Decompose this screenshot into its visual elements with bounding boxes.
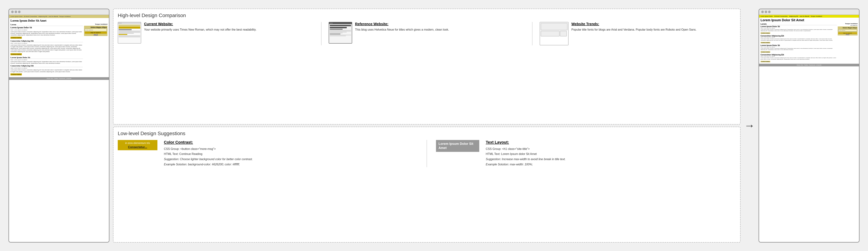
left-sidebar-signin-btn[interactable]: keep me signed in <box>85 32 107 34</box>
right-post-1-date: Date: Lorem ipsum sic ablend <box>761 28 837 29</box>
left-post-2-date: Date: Lorem ipsum sic ablend <box>10 43 83 44</box>
left-post-section-title: Lorem <box>10 24 83 26</box>
left-post-1-text: Lorem ipsum dolor sit amet, consectetur … <box>10 31 83 36</box>
right-post-4-title: Consectetur Adipiscing Elit <box>761 54 837 56</box>
middle-content: High-level Design Comparison <box>113 9 741 243</box>
left-post-3-section: Lorem Ipsum Dolor Sit <box>10 56 83 59</box>
high-level-section: High-level Design Comparison <box>113 9 741 124</box>
high-level-title: High-level Design Comparison <box>118 12 736 19</box>
right-browser-content: Lorem ipsum Dolor Sit Amet Consectetur A… <box>759 15 859 242</box>
right-post-4-continue[interactable]: Continue reading <box>761 61 770 62</box>
left-post-1-continue[interactable]: Continue reading <box>10 37 22 39</box>
right-dot-2 <box>765 11 767 13</box>
reference-website-text: Reference Website: This blog uses Helvet… <box>355 22 525 32</box>
right-post-4-date: Date: Lorem ipsum sic ablend <box>761 56 837 57</box>
left-post-3-text: Lorem ipsum dolor sit amet, consectetur … <box>10 61 83 64</box>
left-main-col: Lorem Lorem Ipsum Dolor Sit Date: Lorem … <box>10 24 83 76</box>
left-browser-content: Lorem ipsum Dolor Sit Amet Consectetur A… <box>9 15 109 242</box>
right-post-2-continue[interactable]: Continue reading <box>761 42 770 43</box>
right-browser-toolbar <box>759 9 859 15</box>
right-sidebar-subtitle: #1 Lorem #1 <box>838 25 858 26</box>
left-post-2-section: Consectetur Adipiscing Elit <box>10 40 83 42</box>
text-layout-html: HTML Text: Lorem Ipsum dolor Sit Amet <box>486 151 566 157</box>
left-share-bar: Share this: Twitter, Facebook, LinkedIn <box>9 77 109 80</box>
text-layout-heading: Text Layout: <box>486 140 566 145</box>
trends-heading: Website Trends: <box>571 22 736 26</box>
text-layout-demo: Lorem Ipsum Dolor Sit Amet <box>436 140 479 152</box>
right-nav-4[interactable]: Just Do Blandit <box>800 15 809 17</box>
text-layout-with-demo: Lorem Ipsum Dolor Sit Amet Text Layout: … <box>436 140 736 167</box>
reference-website-item: Reference Website: This blog uses Helvet… <box>329 22 525 43</box>
text-layout-suggestion: Suggestion: Increase max-width to avoid … <box>486 157 566 162</box>
reference-website-body: This blog uses Helvetica Neue for titles… <box>355 28 525 32</box>
low-level-title: Low-level Design Suggestions <box>118 131 736 136</box>
current-website-text: Current Website: Your website primarily … <box>144 22 314 32</box>
right-share-bar: Share this: Twitter, Facebook, LinkedIn <box>759 64 859 66</box>
current-website-body: Your website primarily uses Times New Ro… <box>144 28 314 32</box>
right-nav-2[interactable]: Sit Amet Consectetur <box>774 15 788 17</box>
text-layout-demo-title: Lorem Ipsum Dolor Sit Amet <box>438 142 477 150</box>
right-post-3-title: Lorem Ipsum Dolor Sit <box>761 44 837 46</box>
left-nav-5[interactable]: Tempor Incididunt <box>59 16 70 17</box>
right-post-1-title: Lorem Ipsum Dolor Sit <box>761 26 837 28</box>
right-post-1-continue[interactable]: Continue reading <box>761 32 770 34</box>
left-post-4-continue[interactable]: Continue reading <box>10 73 22 75</box>
color-contrast-html: HTML Text: Continue Reading <box>164 151 253 157</box>
suggestions-divider <box>427 140 427 167</box>
color-contrast-heading: Color Contrast: <box>164 140 253 145</box>
left-nav-3[interactable]: Adipiscing Elit <box>38 16 48 17</box>
browser-dot-2 <box>14 11 17 13</box>
left-sidebar-widget-title: Dolore Magna Aliqua <box>85 27 107 28</box>
color-contrast-demo: in eros elementum tris Consectetur... <box>118 140 157 150</box>
right-post-4-text: Lorem ipsum dolor sit amet, consectetur … <box>761 57 837 60</box>
left-nav-4[interactable]: Just Do Blandit <box>49 16 58 17</box>
left-sidebar-signup-link[interactable]: sign up <box>85 34 107 35</box>
right-post-3-text: Lorem ipsum dolor sit amet, consectetur … <box>761 48 837 51</box>
right-nav-1[interactable]: Lorem ipsum Dolor <box>761 15 773 17</box>
left-post-3-date: Date: Lorem ipsum sic ablend <box>10 59 83 61</box>
left-sidebar-widget: Dolore Magna Aliqua keep me signed in si… <box>84 26 107 36</box>
divider-2 <box>532 22 532 45</box>
right-two-col: Lorem Lorem Ipsum Dolor Sit Date: Lorem … <box>759 23 859 64</box>
left-sidebar-title: Tempor Incididunt <box>84 24 107 25</box>
color-demo-continue: Consectetur... <box>128 146 147 149</box>
arrow-right-icon: → <box>744 119 755 132</box>
current-website-screenshot <box>118 22 141 43</box>
right-post-1-text: Lorem ipsum dolor sit amet, consectetur … <box>761 29 837 32</box>
color-contrast-item: in eros elementum tris Consectetur... Co… <box>118 140 417 167</box>
left-sidebar-email-input[interactable] <box>85 29 107 31</box>
right-sidebar-email-input[interactable] <box>838 30 857 31</box>
left-post-4-section: Consectetur Adipiscing Elit <box>10 65 83 67</box>
left-nav-links: Lorem ipsum Dolor Sit Amet Consectetur A… <box>10 16 71 17</box>
trends-text: Website Trends: Popular title fonts for … <box>571 22 736 32</box>
left-nav-1[interactable]: Lorem ipsum Dolor <box>10 16 23 17</box>
left-post-1-title: Lorem Ipsum Dolor Sit <box>10 26 83 29</box>
left-sidebar: Tempor Incididunt Dolore Magna Aliqua ke… <box>84 24 107 76</box>
left-nav-2[interactable]: Sit Amet Consectetur <box>24 16 37 17</box>
right-dot-1 <box>761 11 764 13</box>
right-lorem-heading: Lorem <box>761 23 837 25</box>
current-website-heading: Current Website: <box>144 22 314 26</box>
right-sidebar-signin-btn[interactable]: keep me signed in <box>838 32 857 34</box>
left-two-col: Lorem Lorem Ipsum Dolor Sit Date: Lorem … <box>9 23 109 77</box>
left-post-1-date: Date: Lorem ipsum sic ablend <box>10 29 83 31</box>
right-sidebar-signup-link[interactable]: sign up <box>838 34 857 35</box>
right-nav-5[interactable]: Tempor Incididunt <box>811 15 822 17</box>
text-layout-css: CSS Group: <h1 class="site-title"> <box>486 146 566 152</box>
right-sidebar-title: Tempor Incididunt <box>838 23 858 25</box>
trends-screenshot <box>540 22 568 45</box>
right-site-title: Lorem Ipsum Dolor Sit Amet <box>759 17 859 23</box>
left-browser: Lorem ipsum Dolor Sit Amet Consectetur A… <box>8 9 110 243</box>
color-demo-text: in eros elementum tris <box>125 141 150 145</box>
right-post-3-continue[interactable]: Continue reading <box>761 51 770 53</box>
right-post-3: Lorem Ipsum Dolor Sit Date: Lorem ipsum … <box>761 44 837 53</box>
right-nav-3[interactable]: Adipiscing Elit <box>789 15 798 17</box>
text-layout-item: Lorem Ipsum Dolor Sit Amet Text Layout: … <box>436 140 736 167</box>
left-post-2-continue[interactable]: Continue reading <box>10 53 22 55</box>
reference-website-heading: Reference Website: <box>355 22 525 26</box>
right-post-1: Lorem Ipsum Dolor Sit Date: Lorem ipsum … <box>761 26 837 34</box>
color-contrast-text: Color Contrast: CSS Group: <button class… <box>164 140 253 167</box>
left-post-2-text: Lorem ipsum dolor sit amet, consectetur … <box>10 44 83 52</box>
browser-dot-1 <box>11 11 14 13</box>
right-post-3-date: Date: Lorem ipsum sic ablend <box>761 47 837 48</box>
